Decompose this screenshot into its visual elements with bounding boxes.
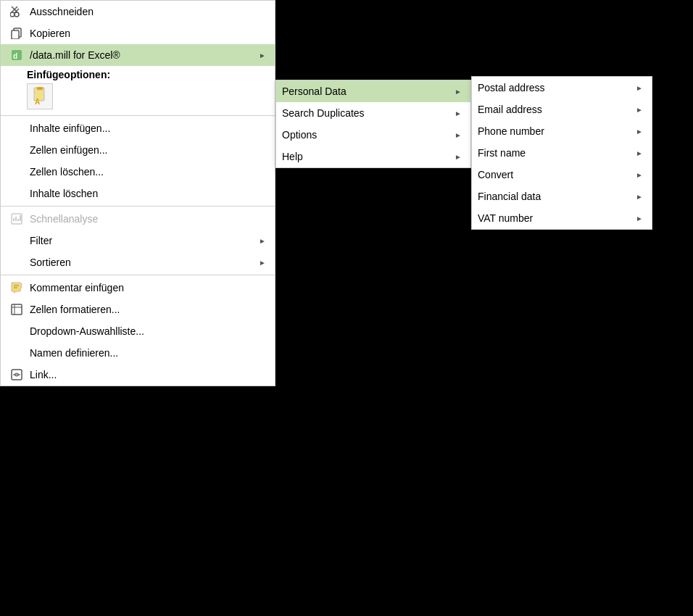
help-label: Help	[282, 151, 455, 162]
submenu-item-postal-address[interactable]: Postal address ►	[472, 77, 652, 99]
email-address-arrow: ►	[636, 106, 643, 114]
submenu-personal-data: Postal address ► Email address ► Phone n…	[471, 76, 652, 230]
separator-1	[1, 115, 275, 116]
personal-data-label: Personal Data	[282, 86, 455, 97]
link-icon	[7, 369, 27, 380]
svg-text:A: A	[35, 98, 40, 106]
datamill-label: /data.mill for Excel®	[30, 49, 259, 61]
datamill-arrow: ►	[259, 51, 266, 59]
menu-item-zellen-loeschen[interactable]: Zellen löschen...	[1, 161, 275, 183]
menu-item-datamill[interactable]: d /data.mill for Excel® ►	[1, 44, 275, 66]
datamill-icon: d	[7, 49, 27, 61]
menu-item-link[interactable]: Link...	[1, 364, 275, 386]
svg-rect-10	[37, 87, 43, 90]
menu-item-inhalte-loeschen[interactable]: Inhalte löschen	[1, 183, 275, 204]
search-duplicates-label: Search Duplicates	[282, 107, 455, 119]
submenu-item-phone-number[interactable]: Phone number ►	[472, 120, 652, 142]
options-label: Options	[282, 129, 455, 141]
phone-number-label: Phone number	[478, 125, 636, 137]
postal-address-label: Postal address	[478, 82, 636, 93]
kommentar-label: Kommentar einfügen	[30, 282, 266, 294]
financial-data-label: Financial data	[478, 191, 636, 202]
schnellanalyse-label: Schnellanalyse	[30, 213, 266, 225]
zellen-formatieren-label: Zellen formatieren...	[30, 304, 266, 315]
first-name-arrow: ►	[636, 149, 643, 157]
phone-number-arrow: ►	[636, 128, 643, 136]
submenu-item-convert[interactable]: Convert ►	[472, 164, 652, 186]
submenu-item-personal-data[interactable]: Personal Data ►	[276, 80, 470, 102]
namen-definieren-label: Namen definieren...	[30, 347, 266, 359]
svg-text:d: d	[13, 52, 17, 60]
help-arrow: ►	[455, 153, 462, 161]
sortieren-arrow: ►	[259, 259, 266, 267]
copy-label: Kopieren	[30, 28, 266, 39]
menu-item-cut[interactable]: Ausschneiden	[1, 1, 275, 22]
link-label: Link...	[30, 369, 266, 380]
convert-label: Convert	[478, 169, 636, 180]
paste-options-heading: Einfügeoptionen:	[1, 66, 275, 82]
options-arrow: ►	[455, 131, 462, 139]
zellen-loeschen-label: Zellen löschen...	[30, 166, 266, 178]
cut-label: Ausschneiden	[30, 6, 266, 17]
menu-item-zellen-einfuegen[interactable]: Zellen einfügen...	[1, 139, 275, 161]
svg-rect-20	[12, 304, 22, 315]
paste-icon-row: A	[1, 82, 275, 114]
menu-item-namen-definieren[interactable]: Namen definieren...	[1, 342, 275, 364]
submenu-item-options[interactable]: Options ►	[276, 124, 470, 146]
postal-address-arrow: ►	[636, 84, 643, 92]
paste-icon-default[interactable]: A	[27, 83, 53, 109]
comment-icon	[7, 282, 27, 294]
personal-data-arrow: ►	[455, 88, 462, 96]
vat-number-label: VAT number	[478, 212, 636, 224]
submenu-item-vat-number[interactable]: VAT number ►	[472, 207, 652, 229]
submenu-datamill: Personal Data ► Search Duplicates ► Opti…	[275, 80, 471, 168]
menu-item-kommentar[interactable]: Kommentar einfügen	[1, 277, 275, 299]
submenu-item-first-name[interactable]: First name ►	[472, 142, 652, 164]
inhalte-einfuegen-label: Inhalte einfügen...	[30, 122, 266, 134]
menu-item-inhalte-einfuegen[interactable]: Inhalte einfügen...	[1, 117, 275, 139]
dropdown-label: Dropdown-Auswahlliste...	[30, 325, 266, 337]
context-menu: Ausschneiden Kopieren d /data.mill for E…	[0, 0, 275, 386]
financial-data-arrow: ►	[636, 193, 643, 201]
menu-item-copy[interactable]: Kopieren	[1, 22, 275, 44]
menu-item-schnellanalyse[interactable]: Schnellanalyse	[1, 208, 275, 230]
cell-format-icon	[7, 304, 27, 315]
inhalte-loeschen-label: Inhalte löschen	[30, 188, 266, 199]
separator-2	[1, 206, 275, 207]
submenu-item-financial-data[interactable]: Financial data ►	[472, 186, 652, 207]
filter-arrow: ►	[259, 237, 266, 245]
menu-item-sortieren[interactable]: Sortieren ►	[1, 251, 275, 273]
menu-item-filter[interactable]: Filter ►	[1, 230, 275, 251]
schnellanalyse-icon	[7, 213, 27, 225]
filter-label: Filter	[30, 235, 259, 246]
search-duplicates-arrow: ►	[455, 109, 462, 117]
email-address-label: Email address	[478, 104, 636, 115]
submenu-item-help[interactable]: Help ►	[276, 146, 470, 167]
zellen-einfuegen-label: Zellen einfügen...	[30, 144, 266, 156]
copy-icon	[7, 28, 27, 39]
first-name-label: First name	[478, 147, 636, 159]
menu-item-dropdown[interactable]: Dropdown-Auswahlliste...	[1, 320, 275, 342]
menu-item-zellen-formatieren[interactable]: Zellen formatieren...	[1, 299, 275, 320]
submenu-item-email-address[interactable]: Email address ►	[472, 99, 652, 120]
submenu-item-search-duplicates[interactable]: Search Duplicates ►	[276, 102, 470, 124]
separator-3	[1, 275, 275, 275]
vat-number-arrow: ►	[636, 215, 643, 222]
svg-rect-6	[12, 30, 19, 39]
scissors-icon	[7, 5, 27, 18]
convert-arrow: ►	[636, 171, 643, 179]
sortieren-label: Sortieren	[30, 257, 259, 268]
